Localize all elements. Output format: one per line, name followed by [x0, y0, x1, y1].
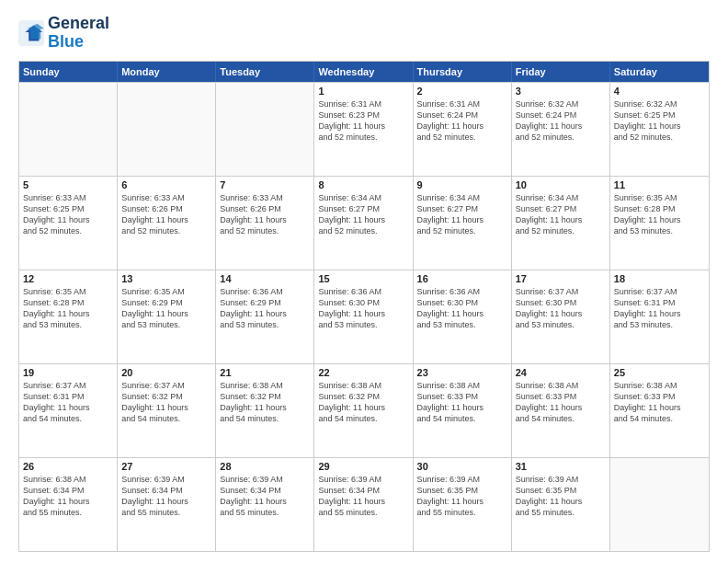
day-number: 6 [121, 179, 211, 190]
day-number: 13 [121, 273, 211, 284]
day-cell: 22Sunrise: 6:38 AM Sunset: 6:32 PM Dayli… [314, 364, 413, 457]
day-cell: 24Sunrise: 6:38 AM Sunset: 6:33 PM Dayli… [512, 364, 610, 457]
day-info: Sunrise: 6:39 AM Sunset: 6:34 PM Dayligh… [318, 474, 408, 519]
day-cell: 11Sunrise: 6:35 AM Sunset: 6:28 PM Dayli… [610, 177, 709, 270]
day-number: 10 [516, 179, 606, 190]
day-number: 25 [614, 367, 705, 378]
header-cell-sunday: Sunday [19, 62, 118, 82]
day-number: 28 [220, 461, 310, 472]
calendar: SundayMondayTuesdayWednesdayThursdayFrid… [18, 61, 710, 552]
day-info: Sunrise: 6:33 AM Sunset: 6:25 PM Dayligh… [23, 192, 113, 237]
day-info: Sunrise: 6:38 AM Sunset: 6:32 PM Dayligh… [220, 380, 310, 425]
day-info: Sunrise: 6:35 AM Sunset: 6:28 PM Dayligh… [23, 286, 113, 331]
day-number: 15 [318, 273, 408, 284]
day-cell: 28Sunrise: 6:39 AM Sunset: 6:34 PM Dayli… [216, 458, 314, 551]
day-info: Sunrise: 6:32 AM Sunset: 6:25 PM Dayligh… [614, 98, 705, 144]
day-info: Sunrise: 6:39 AM Sunset: 6:35 PM Dayligh… [417, 474, 507, 519]
logo-icon [18, 20, 44, 46]
day-info: Sunrise: 6:32 AM Sunset: 6:24 PM Dayligh… [516, 98, 606, 144]
day-cell: 6Sunrise: 6:33 AM Sunset: 6:26 PM Daylig… [118, 177, 216, 270]
day-number: 18 [614, 273, 705, 284]
day-cell: 19Sunrise: 6:37 AM Sunset: 6:31 PM Dayli… [19, 364, 118, 457]
day-cell: 3Sunrise: 6:32 AM Sunset: 6:24 PM Daylig… [512, 83, 610, 176]
page: General Blue SundayMondayTuesdayWednesda… [0, 0, 728, 563]
day-number: 21 [220, 367, 310, 378]
day-info: Sunrise: 6:38 AM Sunset: 6:33 PM Dayligh… [614, 380, 705, 425]
day-cell: 14Sunrise: 6:36 AM Sunset: 6:29 PM Dayli… [216, 270, 314, 363]
day-cell: 1Sunrise: 6:31 AM Sunset: 6:23 PM Daylig… [314, 83, 413, 176]
day-info: Sunrise: 6:31 AM Sunset: 6:23 PM Dayligh… [318, 98, 408, 144]
day-info: Sunrise: 6:39 AM Sunset: 6:34 PM Dayligh… [220, 474, 310, 519]
day-cell: 20Sunrise: 6:37 AM Sunset: 6:32 PM Dayli… [118, 364, 216, 457]
day-info: Sunrise: 6:38 AM Sunset: 6:33 PM Dayligh… [417, 380, 507, 425]
day-number: 2 [417, 86, 507, 97]
day-info: Sunrise: 6:33 AM Sunset: 6:26 PM Dayligh… [220, 192, 310, 237]
day-number: 7 [220, 179, 310, 190]
day-number: 9 [417, 179, 507, 190]
day-number: 1 [318, 86, 408, 97]
day-number: 20 [121, 367, 211, 378]
day-cell [19, 83, 118, 176]
day-info: Sunrise: 6:34 AM Sunset: 6:27 PM Dayligh… [417, 192, 507, 237]
day-cell: 7Sunrise: 6:33 AM Sunset: 6:26 PM Daylig… [216, 177, 314, 270]
week-row-4: 19Sunrise: 6:37 AM Sunset: 6:31 PM Dayli… [19, 363, 709, 457]
day-info: Sunrise: 6:35 AM Sunset: 6:28 PM Dayligh… [614, 192, 705, 237]
day-info: Sunrise: 6:39 AM Sunset: 6:35 PM Dayligh… [516, 474, 606, 519]
day-number: 16 [417, 273, 507, 284]
day-cell: 15Sunrise: 6:36 AM Sunset: 6:30 PM Dayli… [314, 270, 413, 363]
day-info: Sunrise: 6:34 AM Sunset: 6:27 PM Dayligh… [318, 192, 408, 237]
day-cell: 26Sunrise: 6:38 AM Sunset: 6:34 PM Dayli… [19, 458, 118, 551]
day-info: Sunrise: 6:38 AM Sunset: 6:33 PM Dayligh… [516, 380, 606, 425]
day-number: 27 [121, 461, 211, 472]
week-row-3: 12Sunrise: 6:35 AM Sunset: 6:28 PM Dayli… [19, 270, 709, 363]
day-cell: 2Sunrise: 6:31 AM Sunset: 6:24 PM Daylig… [414, 83, 512, 176]
day-info: Sunrise: 6:37 AM Sunset: 6:32 PM Dayligh… [121, 380, 211, 425]
day-cell [610, 458, 709, 551]
day-cell: 4Sunrise: 6:32 AM Sunset: 6:25 PM Daylig… [610, 83, 709, 176]
day-info: Sunrise: 6:37 AM Sunset: 6:31 PM Dayligh… [614, 286, 705, 331]
day-info: Sunrise: 6:36 AM Sunset: 6:30 PM Dayligh… [318, 286, 408, 331]
day-cell: 12Sunrise: 6:35 AM Sunset: 6:28 PM Dayli… [19, 270, 118, 363]
day-info: Sunrise: 6:34 AM Sunset: 6:27 PM Dayligh… [516, 192, 606, 237]
week-row-2: 5Sunrise: 6:33 AM Sunset: 6:25 PM Daylig… [19, 176, 709, 270]
day-number: 3 [516, 86, 606, 97]
day-info: Sunrise: 6:35 AM Sunset: 6:29 PM Dayligh… [121, 286, 211, 331]
header-cell-friday: Friday [512, 62, 610, 82]
day-number: 11 [614, 179, 705, 190]
logo: General Blue [18, 15, 109, 52]
logo-text: General Blue [48, 15, 109, 52]
day-number: 29 [318, 461, 408, 472]
day-cell: 9Sunrise: 6:34 AM Sunset: 6:27 PM Daylig… [414, 177, 512, 270]
day-number: 12 [23, 273, 113, 284]
day-number: 22 [318, 367, 408, 378]
day-cell: 17Sunrise: 6:37 AM Sunset: 6:30 PM Dayli… [512, 270, 610, 363]
day-cell [216, 83, 314, 176]
day-cell: 31Sunrise: 6:39 AM Sunset: 6:35 PM Dayli… [512, 458, 610, 551]
day-number: 26 [23, 461, 113, 472]
day-number: 17 [516, 273, 606, 284]
day-cell: 18Sunrise: 6:37 AM Sunset: 6:31 PM Dayli… [610, 270, 709, 363]
day-cell: 27Sunrise: 6:39 AM Sunset: 6:34 PM Dayli… [118, 458, 216, 551]
day-info: Sunrise: 6:39 AM Sunset: 6:34 PM Dayligh… [121, 474, 211, 519]
day-number: 30 [417, 461, 507, 472]
day-cell: 25Sunrise: 6:38 AM Sunset: 6:33 PM Dayli… [610, 364, 709, 457]
day-info: Sunrise: 6:33 AM Sunset: 6:26 PM Dayligh… [121, 192, 211, 237]
header-cell-wednesday: Wednesday [314, 62, 413, 82]
calendar-header: SundayMondayTuesdayWednesdayThursdayFrid… [19, 62, 709, 82]
day-cell [118, 83, 216, 176]
week-row-5: 26Sunrise: 6:38 AM Sunset: 6:34 PM Dayli… [19, 457, 709, 551]
day-cell: 23Sunrise: 6:38 AM Sunset: 6:33 PM Dayli… [414, 364, 512, 457]
header-cell-tuesday: Tuesday [216, 62, 314, 82]
day-number: 23 [417, 367, 507, 378]
day-info: Sunrise: 6:31 AM Sunset: 6:24 PM Dayligh… [417, 98, 507, 144]
day-info: Sunrise: 6:36 AM Sunset: 6:29 PM Dayligh… [220, 286, 310, 331]
day-number: 14 [220, 273, 310, 284]
day-number: 5 [23, 179, 113, 190]
day-cell: 10Sunrise: 6:34 AM Sunset: 6:27 PM Dayli… [512, 177, 610, 270]
day-number: 4 [614, 86, 705, 97]
day-cell: 21Sunrise: 6:38 AM Sunset: 6:32 PM Dayli… [216, 364, 314, 457]
day-info: Sunrise: 6:38 AM Sunset: 6:32 PM Dayligh… [318, 380, 408, 425]
day-cell: 29Sunrise: 6:39 AM Sunset: 6:34 PM Dayli… [314, 458, 413, 551]
week-row-1: 1Sunrise: 6:31 AM Sunset: 6:23 PM Daylig… [19, 82, 709, 176]
day-info: Sunrise: 6:37 AM Sunset: 6:30 PM Dayligh… [516, 286, 606, 331]
